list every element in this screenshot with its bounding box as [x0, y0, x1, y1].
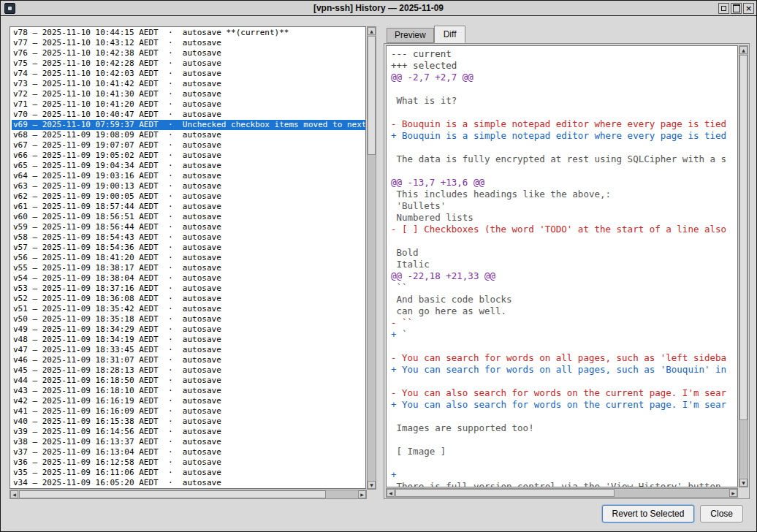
list-item[interactable]: v58 — 2025-11-09 18:54:43 AEDT · autosav…	[12, 232, 365, 243]
diff-line: [ Image ]	[391, 446, 737, 457]
diff-line: +	[391, 469, 737, 481]
list-vscroll-thumb[interactable]	[368, 36, 376, 155]
list-item[interactable]: v50 — 2025-11-09 18:35:18 AEDT · autosav…	[12, 314, 365, 324]
list-item[interactable]: v76 — 2025-11-10 10:42:38 AEDT · autosav…	[12, 48, 365, 58]
diff-hscroll-thumb[interactable]	[395, 489, 615, 497]
list-item[interactable]: v33 — 2025-11-09 16:05:01 AEDT · autosav…	[12, 488, 365, 489]
scroll-down-icon[interactable]: ▼	[368, 481, 376, 489]
list-item[interactable]: v42 — 2025-11-09 16:16:19 AEDT · autosav…	[12, 396, 365, 406]
list-item[interactable]: v45 — 2025-11-09 18:28:13 AEDT · autosav…	[12, 365, 365, 376]
diff-line: --- current	[391, 48, 737, 60]
diff-line: Images are supported too!	[391, 422, 737, 434]
diff-line: + Bouquin is a simple notepad editor whe…	[391, 130, 737, 142]
window-title: [vpn-ssh] History — 2025-11-09	[1, 3, 756, 13]
list-item[interactable]: v38 — 2025-11-09 16:13:37 AEDT · autosav…	[12, 437, 365, 447]
diff-line: - You can search for words on all pages,…	[391, 352, 737, 364]
diff-line: Numbered lists	[391, 212, 737, 224]
list-item[interactable]: v68 — 2025-11-09 19:08:09 AEDT · autosav…	[12, 130, 365, 140]
diff-line	[391, 107, 737, 118]
footer-actions: Revert to Selected Close	[602, 505, 743, 522]
list-item[interactable]: v36 — 2025-11-09 16:12:58 AEDT · autosav…	[12, 457, 365, 468]
list-item[interactable]: v46 — 2025-11-09 18:31:07 AEDT · autosav…	[12, 355, 365, 365]
diff-horizontal-scrollbar[interactable]: ◀ ▶	[386, 488, 738, 498]
diff-line	[391, 457, 737, 469]
scroll-right-icon[interactable]: ▶	[358, 490, 366, 498]
diff-text[interactable]: --- current+++ selected@@ -2,7 +2,7 @@ W…	[386, 45, 738, 487]
tab-bar: Preview Diff	[387, 27, 465, 43]
diff-line: - [ ] Checkboxes (the word 'TODO' at the…	[391, 224, 737, 235]
tab-preview[interactable]: Preview	[387, 28, 434, 43]
close-dialog-button[interactable]: Close	[700, 505, 743, 522]
list-horizontal-scrollbar[interactable]: ◀ ▶	[9, 490, 367, 499]
scroll-up-icon[interactable]: ▲	[368, 27, 376, 35]
diff-line: Bold	[391, 247, 737, 259]
maximize-icon	[733, 4, 740, 12]
diff-vscroll-thumb[interactable]	[739, 55, 748, 420]
diff-line: @@ -22,18 +21,33 @@	[391, 270, 737, 282]
list-item[interactable]: v75 — 2025-11-10 10:42:28 AEDT · autosav…	[12, 58, 365, 69]
list-item[interactable]: v72 — 2025-11-10 10:41:30 AEDT · autosav…	[12, 89, 365, 99]
list-item[interactable]: v39 — 2025-11-09 16:14:56 AEDT · autosav…	[12, 427, 365, 437]
close-icon: ×	[745, 4, 752, 12]
list-item[interactable]: v48 — 2025-11-09 18:34:19 AEDT · autosav…	[12, 335, 365, 345]
list-item[interactable]: v69 — 2025-11-10 07:59:37 AEDT · Uncheck…	[12, 120, 365, 130]
scroll-up-icon[interactable]: ▲	[739, 46, 748, 54]
scroll-down-icon[interactable]: ▼	[739, 479, 748, 487]
list-item[interactable]: v65 — 2025-11-09 19:04:34 AEDT · autosav…	[12, 161, 365, 171]
diff-line: - Bouquin is a simple notepad editor whe…	[391, 118, 737, 130]
diff-line	[391, 142, 737, 153]
list-item[interactable]: v71 — 2025-11-10 10:41:20 AEDT · autosav…	[12, 99, 365, 110]
list-item[interactable]: v35 — 2025-11-09 16:11:06 AEDT · autosav…	[12, 468, 365, 478]
tab-diff[interactable]: Diff	[434, 26, 466, 43]
list-item[interactable]: v74 — 2025-11-10 10:42:03 AEDT · autosav…	[12, 69, 365, 79]
list-hscroll-thumb[interactable]	[19, 490, 326, 498]
diff-vertical-scrollbar[interactable]: ▲ ▼	[739, 45, 748, 487]
diff-line: + `	[391, 329, 737, 341]
list-item[interactable]: v73 — 2025-11-10 10:41:42 AEDT · autosav…	[12, 79, 365, 89]
maximize-button[interactable]	[731, 3, 742, 14]
list-item[interactable]: v56 — 2025-11-09 18:41:20 AEDT · autosav…	[12, 253, 365, 263]
list-item[interactable]: v67 — 2025-11-09 19:07:07 AEDT · autosav…	[12, 140, 365, 151]
list-item[interactable]: v57 — 2025-11-09 18:54:36 AEDT · autosav…	[12, 243, 365, 253]
diff-line: What is it?	[391, 95, 737, 107]
diff-line	[391, 83, 737, 95]
titlebar[interactable]: [vpn-ssh] History — 2025-11-09 ×	[1, 1, 756, 16]
list-item[interactable]: v51 — 2025-11-09 18:35:42 AEDT · autosav…	[12, 304, 365, 314]
list-item[interactable]: v61 — 2025-11-09 18:57:44 AEDT · autosav…	[12, 202, 365, 212]
list-item[interactable]: v70 — 2025-11-10 10:40:47 AEDT · autosav…	[12, 110, 365, 120]
list-item[interactable]: v78 — 2025-11-10 10:44:15 AEDT · autosav…	[12, 28, 365, 38]
list-item[interactable]: v40 — 2025-11-09 16:15:38 AEDT · autosav…	[12, 417, 365, 427]
revert-to-selected-button[interactable]: Revert to Selected	[602, 505, 695, 522]
list-item[interactable]: v34 — 2025-11-09 16:05:20 AEDT · autosav…	[12, 478, 365, 488]
list-item[interactable]: v60 — 2025-11-09 18:56:51 AEDT · autosav…	[12, 212, 365, 222]
list-item[interactable]: v55 — 2025-11-09 18:38:17 AEDT · autosav…	[12, 263, 365, 273]
list-item[interactable]: v66 — 2025-11-09 19:05:02 AEDT · autosav…	[12, 151, 365, 161]
diff-line: And basic code blocks	[391, 294, 737, 305]
list-item[interactable]: v59 — 2025-11-09 18:56:44 AEDT · autosav…	[12, 222, 365, 232]
scroll-left-icon[interactable]: ◀	[387, 489, 395, 497]
diff-line: - ``	[391, 317, 737, 329]
list-item[interactable]: v63 — 2025-11-09 19:00:13 AEDT · autosav…	[12, 181, 365, 191]
list-item[interactable]: v43 — 2025-11-09 16:18:10 AEDT · autosav…	[12, 386, 365, 396]
diff-line	[391, 411, 737, 422]
list-item[interactable]: v49 — 2025-11-09 18:34:29 AEDT · autosav…	[12, 324, 365, 335]
diff-line: This includes headings like the above,:	[391, 189, 737, 200]
list-vertical-scrollbar[interactable]: ▲ ▼	[367, 26, 376, 490]
scroll-left-icon[interactable]: ◀	[10, 490, 18, 498]
list-item[interactable]: v37 — 2025-11-09 16:13:04 AEDT · autosav…	[12, 447, 365, 457]
list-item[interactable]: v77 — 2025-11-10 10:43:12 AEDT · autosav…	[12, 38, 365, 48]
scroll-right-icon[interactable]: ▶	[729, 489, 737, 497]
list-item[interactable]: v64 — 2025-11-09 19:03:16 AEDT · autosav…	[12, 171, 365, 181]
list-item[interactable]: v47 — 2025-11-09 18:33:45 AEDT · autosav…	[12, 345, 365, 355]
minimize-button[interactable]	[718, 3, 729, 14]
list-item[interactable]: v54 — 2025-11-09 18:38:04 AEDT · autosav…	[12, 273, 365, 284]
list-item[interactable]: v62 — 2025-11-09 19:00:05 AEDT · autosav…	[12, 191, 365, 202]
diff-line: + You can search for words on all pages,…	[391, 364, 737, 376]
history-list[interactable]: v78 — 2025-11-10 10:44:15 AEDT · autosav…	[9, 26, 366, 489]
diff-line: + You can also search for words on the c…	[391, 399, 737, 411]
list-item[interactable]: v41 — 2025-11-09 16:16:09 AEDT · autosav…	[12, 406, 365, 417]
list-item[interactable]: v52 — 2025-11-09 18:36:08 AEDT · autosav…	[12, 294, 365, 304]
list-item[interactable]: v44 — 2025-11-09 16:18:50 AEDT · autosav…	[12, 376, 365, 386]
list-item[interactable]: v53 — 2025-11-09 18:37:16 AEDT · autosav…	[12, 284, 365, 294]
close-window-button[interactable]: ×	[743, 3, 754, 14]
